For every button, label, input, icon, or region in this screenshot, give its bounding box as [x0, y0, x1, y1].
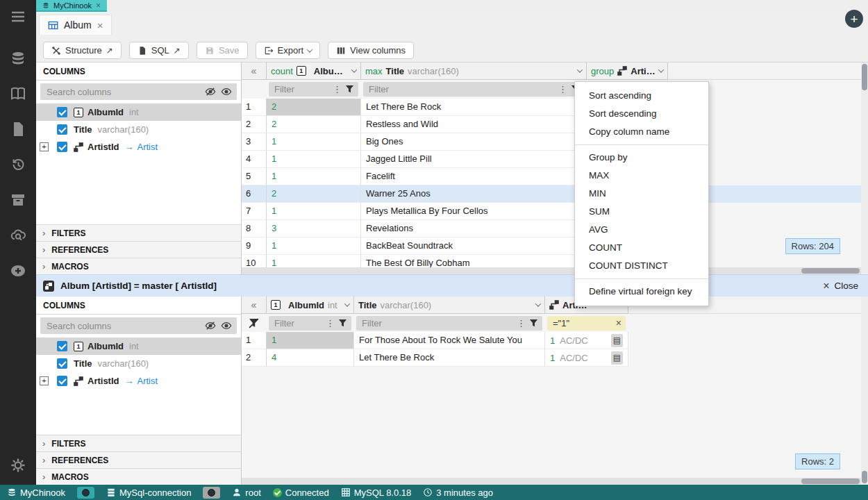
column-item-title[interactable]: Title varchar(160) — [36, 121, 241, 138]
table-row[interactable]: 8 3 Revelations — [242, 220, 868, 238]
menu-item-count-distinct[interactable]: COUNT DISTINCT — [575, 257, 708, 275]
menu-item-max[interactable]: MAX — [575, 167, 708, 185]
table-row[interactable]: 7 1 Plays Metallica By Four Cellos — [242, 203, 868, 220]
export-button[interactable]: Export — [256, 42, 321, 59]
column-header-group-artistid[interactable]: group Arti… — [587, 62, 668, 80]
filter-funnel-icon[interactable] — [529, 319, 538, 328]
menu-hamburger-icon[interactable] — [10, 8, 26, 25]
saved-files-icon[interactable] — [10, 121, 26, 138]
chevron-down-icon[interactable] — [344, 301, 350, 306]
menu-item-avg[interactable]: AVG — [575, 221, 708, 239]
search-columns-input[interactable] — [45, 86, 200, 98]
history-icon[interactable] — [10, 156, 26, 173]
view-columns-button[interactable]: View columns — [328, 42, 414, 59]
filter-funnel-icon[interactable] — [345, 85, 354, 94]
close-detail-button[interactable]: × Close — [823, 280, 868, 292]
checkbox-checked[interactable] — [57, 376, 67, 386]
table-row[interactable]: 9 1 BackBeat Soundtrack — [242, 238, 868, 255]
expand-icon[interactable]: + — [40, 376, 49, 385]
filter-input[interactable] — [367, 83, 555, 95]
database-color-badge[interactable] — [77, 487, 94, 499]
column-header-title[interactable]: Title varchar(160) — [354, 297, 545, 314]
section-macros[interactable]: ›MACROS — [36, 258, 241, 274]
show-all-columns-icon[interactable] — [221, 86, 232, 97]
collapse-columns-icon[interactable]: « — [242, 297, 267, 314]
clear-filter-icon[interactable] — [249, 318, 259, 328]
section-filters[interactable]: ›FILTERS — [36, 224, 241, 241]
filter-input[interactable] — [273, 317, 322, 329]
table-row[interactable]: 3 1 Big Ones — [242, 133, 868, 151]
column-item-albumid[interactable]: 1 AlbumId int — [36, 103, 241, 121]
cloud-search-icon[interactable] — [10, 227, 26, 244]
checkbox-checked[interactable] — [57, 124, 67, 135]
open-record-icon[interactable]: ▤ — [611, 334, 623, 347]
section-references[interactable]: ›REFERENCES — [36, 241, 241, 258]
filter-funnel-icon[interactable] — [338, 319, 347, 328]
tab-table-album[interactable]: Album × — [39, 15, 112, 35]
table-row[interactable]: 10 1 The Best Of Billy Cobham — [242, 255, 868, 267]
vertical-scrollbar[interactable] — [861, 62, 868, 274]
statusbar-connection[interactable]: MySql-connection — [106, 488, 191, 498]
close-icon[interactable]: × — [97, 19, 103, 31]
menu-item-min[interactable]: MIN — [575, 185, 708, 203]
table-row[interactable]: 2 4 Let There Be Rock 1 AC/DC ▤ — [242, 349, 868, 367]
expand-icon[interactable]: + — [40, 142, 49, 151]
filter-input[interactable] — [273, 83, 329, 95]
vertical-scrollbar[interactable] — [861, 297, 868, 485]
schema-book-icon[interactable] — [10, 85, 26, 102]
section-filters[interactable]: ›FILTERS — [36, 435, 241, 451]
table-row[interactable]: 5 1 Facelift — [242, 168, 868, 185]
table-row[interactable]: 1 2 Let There Be Rock — [242, 99, 868, 116]
column-item-artistid[interactable]: + ArtistId → Artist — [36, 372, 241, 390]
menu-item-sum[interactable]: SUM — [575, 203, 708, 221]
new-tab-plus-button[interactable]: + — [845, 10, 863, 28]
overflow-menu-icon[interactable]: ⋮ — [326, 318, 335, 328]
table-row[interactable]: 2 2 Restless and Wild — [242, 116, 868, 133]
menu-item-group-by[interactable]: Group by — [575, 149, 708, 167]
column-header-albumid[interactable]: 1 AlbumId int — [267, 297, 354, 314]
show-all-columns-icon[interactable] — [221, 320, 232, 331]
overflow-menu-icon[interactable]: ⋮ — [517, 318, 526, 328]
sql-button[interactable]: SQL ↗ — [129, 42, 189, 59]
menu-item-copy-column-name[interactable]: Copy column name — [575, 123, 708, 141]
menu-item-define-virtual-foreign-key[interactable]: Define virtual foreign key — [575, 283, 708, 301]
archive-icon[interactable] — [10, 192, 26, 208]
column-item-artistid[interactable]: + ArtistId → Artist — [36, 138, 241, 156]
clear-filter-x-icon[interactable]: × — [616, 317, 621, 328]
statusbar-user[interactable]: root — [232, 488, 260, 498]
structure-button[interactable]: Structure ↗ — [43, 42, 122, 59]
horizontal-scrollbar[interactable] — [242, 267, 861, 274]
hide-all-columns-icon[interactable] — [205, 320, 216, 331]
table-row[interactable]: 1 1 For Those About To Rock We Salute Yo… — [242, 332, 868, 349]
search-columns-input[interactable] — [45, 320, 200, 332]
chevron-down-icon[interactable] — [658, 67, 664, 72]
settings-gear-icon[interactable] — [10, 457, 26, 474]
tab-connection-mychinook[interactable]: MyChinook × — [36, 0, 107, 12]
overflow-menu-icon[interactable]: ⋮ — [558, 84, 567, 94]
add-connection-icon[interactable] — [10, 262, 26, 279]
horizontal-scrollbar[interactable] — [242, 478, 861, 485]
statusbar-database[interactable]: MyChinook — [7, 488, 65, 498]
collapse-columns-icon[interactable]: « — [242, 62, 267, 80]
filter-input-active[interactable] — [551, 317, 612, 329]
checkbox-checked[interactable] — [57, 358, 67, 369]
hide-all-columns-icon[interactable] — [205, 86, 216, 97]
chevron-down-icon[interactable] — [351, 67, 357, 72]
section-macros[interactable]: ›MACROS — [36, 468, 241, 485]
chevron-down-icon[interactable] — [535, 301, 541, 306]
overflow-menu-icon[interactable]: ⋮ — [333, 84, 342, 94]
checkbox-checked[interactable] — [57, 107, 67, 117]
menu-item-sort-ascending[interactable]: Sort ascending — [575, 87, 708, 105]
open-record-icon[interactable]: ▤ — [611, 351, 623, 365]
section-references[interactable]: ›REFERENCES — [36, 451, 241, 468]
filter-input[interactable] — [360, 317, 513, 329]
menu-item-count[interactable]: COUNT — [575, 239, 708, 257]
close-icon[interactable]: × — [96, 1, 101, 10]
database-connections-icon[interactable] — [10, 50, 26, 67]
checkbox-checked[interactable] — [57, 142, 67, 152]
table-row-highlighted[interactable]: 6 2 Warner 25 Anos — [242, 185, 868, 203]
column-ref-link[interactable]: Artist — [137, 142, 158, 152]
chevron-down-icon[interactable] — [577, 67, 583, 72]
column-item-albumid[interactable]: 1 AlbumId int — [36, 338, 241, 355]
checkbox-checked[interactable] — [57, 341, 67, 351]
